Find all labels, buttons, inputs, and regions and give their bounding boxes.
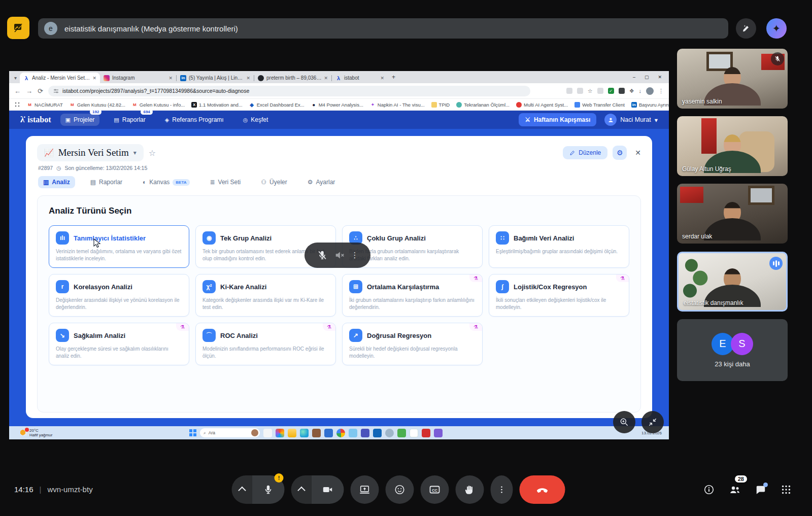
more-options-button[interactable] (491, 475, 513, 504)
taskbar-app-notes[interactable] (263, 429, 272, 437)
card-bagimli-veri-analizi[interactable]: ∷Bağımlı Veri Analizi Eşleştirilmiş/bağı… (489, 225, 629, 268)
privacy-icon[interactable] (577, 88, 583, 94)
bookmark-item[interactable]: ●M4 Power Analysis... (311, 102, 363, 108)
card-korelasyon-analizi[interactable]: rKorelasyon Analizi Değişkenler arasında… (49, 274, 189, 317)
media-controls-icon[interactable] (7, 17, 29, 39)
apps-shortcut-icon[interactable] (14, 101, 20, 108)
reactions-button[interactable] (386, 475, 414, 504)
windows-start-button[interactable] (189, 429, 196, 436)
browser-tab-active[interactable]: λ Analiz - Mersin Veri Setim | ista ✕ (20, 73, 100, 83)
mic-button[interactable]: ! (252, 475, 285, 504)
captions-button[interactable]: CC (421, 475, 449, 504)
extensions-puzzle-icon[interactable]: ❖ (629, 88, 634, 94)
participant-tile-serdar[interactable]: serdar ulak (677, 184, 788, 244)
nav-projeler[interactable]: ▣ Projeler 192 (60, 114, 100, 126)
card-dogrusal-regresyon[interactable]: ⚗ ↗Doğrusal Regresyon Sürekli bir hedef … (342, 323, 483, 365)
browser-tab-search[interactable]: preterm birth – 89,036 – Web o ✕ (254, 73, 331, 83)
close-tab-icon[interactable]: ✕ (246, 76, 250, 81)
close-window-icon[interactable]: ✕ (658, 75, 662, 80)
browser-tab-instagram[interactable]: Instagram ✕ (100, 73, 176, 83)
close-tab-icon[interactable]: ✕ (380, 76, 384, 81)
bookmark-item[interactable]: MGelen Kutusu - info... (132, 102, 185, 108)
bookmark-item[interactable]: Multi AI Agent Syst... (516, 102, 568, 108)
bookmark-item[interactable]: ◆Excel Dashboard Ex... (249, 102, 304, 108)
participants-button[interactable]: 28 (729, 484, 741, 496)
close-tab-icon[interactable]: ✕ (168, 76, 173, 81)
gemini-button[interactable]: ✦ (766, 18, 787, 39)
minimize-window-icon[interactable]: – (633, 75, 635, 80)
taskbar-search[interactable]: ⌕ Ara (200, 428, 260, 437)
reload-icon[interactable]: ⟳ (38, 87, 43, 95)
tab-kanvas[interactable]: ◐KanvasBETA (138, 176, 194, 188)
take-notes-button[interactable] (736, 18, 756, 39)
card-sagkalim-analizi[interactable]: ⚗ ↘Sağkalım Analizi Olay gerçekleşme sür… (49, 323, 189, 365)
project-settings-button[interactable]: ⚙ (613, 146, 627, 160)
taskbar-app-photos[interactable] (349, 429, 357, 437)
bookmark-item[interactable]: X1.1 Motivation and... (191, 102, 243, 108)
weekly-battle-button[interactable]: ⚔ Haftanın Kapışması (519, 113, 596, 126)
maximize-window-icon[interactable]: ▢ (645, 75, 649, 80)
card-ortalama-karsilastirma[interactable]: ⚗ ⊞Ortalama Karşılaştırma İki grubun ort… (342, 274, 483, 317)
edit-button[interactable]: Düzenle (563, 146, 607, 159)
camera-options-button[interactable] (291, 475, 312, 504)
taskbar-weather[interactable]: 20°CHafif yağmur (20, 428, 52, 437)
close-tab-icon[interactable]: ✕ (324, 76, 328, 81)
bookmark-item[interactable]: Web Transfer Client (574, 102, 625, 108)
tab-ayarlar[interactable]: ⚙Ayarlar (302, 176, 341, 188)
participant-tile-gulay[interactable]: Gülay Altun Uğraş (677, 116, 788, 176)
share-controls-menu-icon[interactable]: ⋮ (351, 251, 359, 260)
browser-tab-linkedin[interactable]: in (5) Yayınla | Akış | LinkedIn ✕ (177, 73, 254, 83)
present-button[interactable] (351, 475, 379, 504)
browser-tab-istabot[interactable]: λ istabot ✕ (332, 73, 388, 83)
nav-referans[interactable]: ◈ Referans Programı (160, 114, 229, 126)
bug-extension-icon[interactable] (619, 88, 625, 94)
close-tab-icon[interactable]: ✕ (92, 76, 96, 81)
mic-options-button[interactable] (232, 475, 252, 504)
taskbar-app-explorer[interactable] (288, 429, 296, 437)
taskbar-app-media[interactable] (434, 429, 443, 437)
bookmark-item[interactable]: Tekrarlanan Ölçüml... (456, 102, 510, 108)
passwords-icon[interactable] (566, 88, 572, 94)
bookmark-item[interactable]: MGelen Kutusu (42.82... (70, 102, 125, 108)
istabot-logo[interactable]: λ̇ istabot (20, 115, 51, 125)
minimize-presentation-button[interactable] (641, 411, 664, 433)
taskbar-app-globe[interactable] (385, 429, 394, 437)
end-call-button[interactable] (520, 475, 565, 504)
forward-icon[interactable]: → (26, 87, 32, 95)
chat-button[interactable] (755, 484, 766, 495)
participant-tile-yasemin[interactable]: yasemin salkin (677, 49, 788, 109)
address-bar[interactable]: istabot.com/projects/2897/analysis?_t=17… (48, 86, 530, 96)
zoom-in-button[interactable] (613, 411, 635, 433)
card-ki-kare-analizi[interactable]: χ²Ki-Kare Analizi Kategorik değişkenler … (195, 274, 336, 317)
user-menu[interactable]: Naci Murat ▾ (604, 114, 658, 126)
bookmark-star-icon[interactable]: ☆ (588, 88, 593, 94)
tab-raporlar[interactable]: ▤Raporlar (85, 176, 127, 188)
taskbar-app-briefcase[interactable] (312, 429, 321, 437)
tab-search-chevron[interactable]: ▾ (14, 75, 17, 81)
meeting-info-button[interactable] (703, 484, 715, 495)
taskbar-app-istabot[interactable] (410, 429, 418, 437)
close-project-icon[interactable]: ✕ (635, 149, 641, 157)
presentation-title-pill[interactable]: e eistatistik danışmanlık (Medya gösterm… (38, 18, 728, 39)
tab-veri-seti[interactable]: ≣Veri Seti (205, 176, 246, 188)
downloads-icon[interactable]: ↓ (639, 88, 642, 94)
bookmark-item[interactable]: ✦Napkin AI - The visu... (370, 102, 425, 108)
browser-profile-avatar[interactable] (646, 87, 654, 95)
taskbar-app-teams[interactable] (361, 429, 369, 437)
bookmark-folder[interactable]: TPID (431, 102, 450, 108)
taskbar-app-copilot[interactable] (276, 429, 284, 437)
more-participants-tile[interactable]: E S 23 kişi daha (677, 319, 788, 381)
tab-uyeler[interactable]: ⚇Üyeler (256, 176, 292, 188)
taskbar-app-outlook[interactable] (373, 429, 382, 437)
browser-menu-icon[interactable]: ⋮ (658, 88, 664, 94)
back-icon[interactable]: ← (14, 87, 21, 95)
mic-off-icon[interactable] (317, 250, 328, 261)
tab-analiz[interactable]: ▥Analiz (38, 176, 75, 188)
bookmark-item[interactable]: MNACİMURAT (27, 102, 63, 108)
task-extension-icon[interactable]: ✓ (608, 88, 614, 94)
taskbar-app-edge[interactable] (300, 429, 309, 437)
card-tanimlayici-istatistikler[interactable]: ılıTanımlayıcı İstatistikler Verinizin t… (49, 225, 189, 268)
project-title-dropdown[interactable]: 📈 Mersin Veri Setim ▾ (37, 144, 144, 161)
nav-raporlar[interactable]: ▤ Raporlar 694 (109, 114, 150, 126)
card-lojistik-cox-regresyon[interactable]: ⚗ ∫Lojistik/Cox Regresyon İkili sonuçlar… (489, 274, 629, 317)
